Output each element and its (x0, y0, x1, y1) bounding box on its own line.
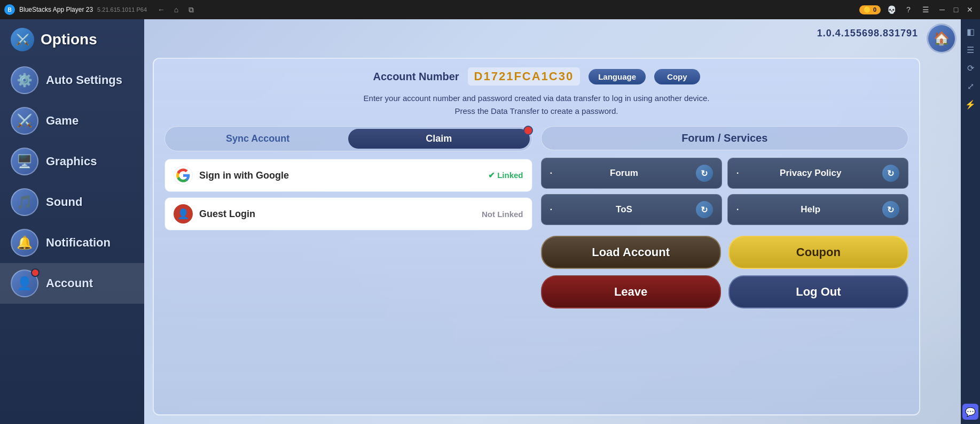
app-version: 5.21.615.1011 P64 (97, 6, 147, 13)
sidebar-title: Options (41, 31, 97, 48)
account-number-row: Account Number D1721FCA1C30 Language Cop… (164, 67, 908, 86)
coupon-button[interactable]: Coupon (728, 236, 908, 269)
sidebar-item-auto-settings[interactable]: ⚙️ Auto Settings (0, 60, 144, 101)
google-icon (174, 166, 193, 185)
leave-button[interactable]: Leave (541, 275, 721, 309)
sound-label: Sound (46, 195, 82, 209)
help-button[interactable]: · Help ↻ (727, 194, 908, 225)
content-area: Account Number D1721FCA1C30 Language Cop… (153, 58, 920, 415)
graphics-icon: 🖥️ (11, 148, 38, 175)
minimize-btn[interactable]: ─ (936, 4, 948, 16)
guest-linked-status: Not Linked (482, 210, 523, 219)
app-logo: B (4, 4, 15, 15)
sync-claim-tabs: Sync Account Claim (164, 126, 532, 151)
claim-tab-label: Claim (426, 133, 452, 144)
guest-login-name: Guest Login (199, 209, 475, 220)
privacy-dot: · (736, 168, 739, 179)
sidebar-logo: ⚔️ (11, 28, 34, 51)
copy-button[interactable]: Copy (654, 69, 700, 84)
logout-button[interactable]: Log Out (728, 275, 908, 309)
forum-arrow-icon: ↻ (696, 165, 713, 182)
sidebar-item-graphics[interactable]: 🖥️ Graphics (0, 141, 144, 182)
guest-icon: 👤 (174, 204, 193, 223)
account-icon: 👤 (11, 269, 38, 297)
close-btn[interactable]: ✕ (964, 4, 976, 16)
nav-controls: ← ⌂ ⧉ (155, 4, 197, 16)
app-name: BlueStacks App Player 23 (19, 6, 93, 13)
sidebar-header: ⚔️ Options (0, 19, 144, 60)
guest-login-option[interactable]: 👤 Guest Login Not Linked (164, 197, 532, 230)
nav-copy-btn[interactable]: ⧉ (185, 4, 197, 16)
main-layout: ⚔️ Options ⚙️ Auto Settings ⚔️ Game 🖥️ G… (0, 19, 980, 424)
tos-label: ToS (616, 204, 632, 215)
sidebar-item-notification[interactable]: 🔔 Notification (0, 222, 144, 263)
help-arrow-icon: ↻ (882, 201, 899, 218)
top-bar: B BlueStacks App Player 23 5.21.615.1011… (0, 0, 980, 19)
forum-services-header: Forum / Services (541, 126, 909, 150)
menu-icon-btn[interactable]: ☰ (919, 3, 932, 16)
auto-settings-icon: ⚙️ (11, 66, 38, 94)
right-col: Forum / Services · Forum ↻ · Privacy Pol… (541, 126, 909, 315)
forum-dot: · (550, 168, 553, 179)
forum-label: Forum (610, 168, 638, 179)
tos-button[interactable]: · ToS ↻ (541, 194, 722, 225)
load-account-button[interactable]: Load Account (541, 236, 721, 269)
google-linked-status: ✔ Linked (488, 171, 523, 180)
sync-account-tab[interactable]: Sync Account (167, 129, 348, 149)
coin-badge: 🟡 0 (859, 5, 881, 14)
window-controls: ─ □ ✕ (936, 4, 976, 16)
primary-action-row: Load Account Coupon (541, 236, 909, 269)
coin-count: 0 (873, 6, 876, 13)
right-edge-toolbar: ◧ ☰ ⟳ ⤢ ⚡ 💬 (961, 19, 980, 424)
maximize-btn[interactable]: □ (950, 4, 962, 16)
help-icon-btn[interactable]: ? (902, 3, 915, 16)
claim-notification-badge (523, 126, 533, 135)
edge-icon-5[interactable]: ⚡ (962, 96, 978, 112)
description-text: Enter your account number and password c… (164, 92, 908, 118)
notification-label: Notification (46, 236, 111, 250)
tos-arrow-icon: ↻ (696, 201, 713, 218)
secondary-action-row: Leave Log Out (541, 275, 909, 309)
version-label: 1.0.4.155698.831791 (817, 28, 918, 39)
home-button[interactable]: 🏠 (927, 24, 957, 53)
left-col: Sync Account Claim (164, 126, 532, 315)
google-login-name: Sign in with Google (199, 170, 482, 181)
sidebar-items: ⚙️ Auto Settings ⚔️ Game 🖥️ Graphics 🎵 S… (0, 60, 144, 424)
game-label: Game (46, 114, 79, 128)
two-col-layout: Sync Account Claim (164, 126, 908, 315)
sound-icon: 🎵 (11, 188, 38, 216)
forum-button[interactable]: · Forum ↻ (541, 158, 722, 189)
right-panel: 1.0.4.155698.831791 🏠 Account Number D17… (144, 19, 961, 424)
edge-icon-4[interactable]: ⤢ (962, 78, 978, 94)
services-grid: · Forum ↻ · Privacy Policy ↻ · ToS ↻ (541, 158, 909, 225)
sidebar-item-sound[interactable]: 🎵 Sound (0, 182, 144, 222)
privacy-label: Privacy Policy (780, 168, 841, 179)
game-icon: ⚔️ (11, 107, 38, 135)
google-login-option[interactable]: Sign in with Google ✔ Linked (164, 159, 532, 192)
account-number-label: Account Number (373, 71, 459, 83)
top-bar-right: 🟡 0 💀 ? ☰ ─ □ ✕ (859, 3, 976, 16)
edge-icon-3[interactable]: ⟳ (962, 60, 978, 76)
sidebar-item-account[interactable]: 👤 Account (0, 263, 144, 304)
account-label: Account (46, 276, 93, 290)
tos-dot: · (550, 204, 553, 215)
claim-tab[interactable]: Claim (348, 129, 529, 149)
edge-icon-2[interactable]: ☰ (962, 42, 978, 58)
nav-home-btn[interactable]: ⌂ (170, 4, 182, 16)
description-line2: Press the Data Transfer to create a pass… (164, 105, 908, 118)
auto-settings-label: Auto Settings (46, 73, 122, 87)
nav-back-btn[interactable]: ← (155, 4, 167, 16)
privacy-policy-button[interactable]: · Privacy Policy ↻ (727, 158, 908, 189)
description-line1: Enter your account number and password c… (164, 92, 908, 105)
sidebar-item-game[interactable]: ⚔️ Game (0, 101, 144, 141)
privacy-arrow-icon: ↻ (882, 165, 899, 182)
account-number-value: D1721FCA1C30 (468, 67, 581, 86)
coin-icon: 🟡 (864, 6, 871, 13)
help-label: Help (801, 204, 820, 215)
account-badge (31, 268, 40, 277)
help-dot: · (736, 204, 739, 215)
skull-icon-btn[interactable]: 💀 (885, 3, 898, 16)
discord-icon-btn[interactable]: 💬 (962, 404, 978, 420)
edge-icon-1[interactable]: ◧ (962, 24, 978, 40)
language-button[interactable]: Language (589, 69, 646, 84)
